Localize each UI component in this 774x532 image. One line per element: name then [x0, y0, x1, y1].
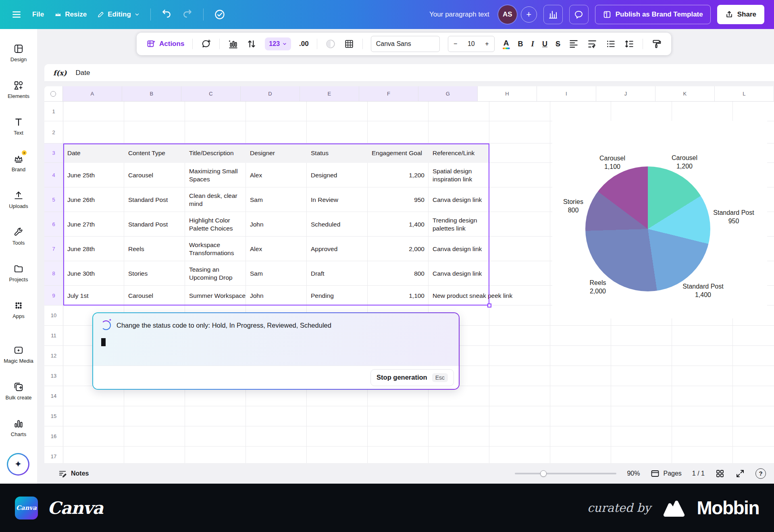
table-cell[interactable]: New product sneak peek link: [429, 286, 549, 305]
table-cell[interactable]: John: [246, 212, 307, 237]
bulleted-list-button[interactable]: [605, 39, 616, 49]
column-header-D[interactable]: D: [241, 86, 300, 101]
selection-resize-handle[interactable]: [487, 303, 491, 308]
bold-button[interactable]: B: [518, 40, 523, 48]
font-size-decrease[interactable]: −: [454, 40, 457, 48]
editing-mode-menu[interactable]: Editing: [97, 10, 140, 19]
row-number[interactable]: 8: [44, 261, 63, 285]
table-cell[interactable]: 1,400: [368, 212, 429, 237]
sheet-row[interactable]: 16: [44, 426, 774, 447]
sheet-row[interactable]: 17: [44, 447, 774, 463]
table-cell[interactable]: Scheduled: [307, 212, 368, 237]
zoom-slider-handle[interactable]: [540, 470, 547, 477]
strikethrough-button[interactable]: S: [556, 40, 560, 48]
column-header-F[interactable]: F: [359, 86, 418, 101]
alignment-button[interactable]: [568, 39, 579, 49]
zoom-slider[interactable]: [515, 473, 616, 474]
table-cell[interactable]: Standard Post: [124, 212, 185, 237]
row-number[interactable]: 11: [44, 326, 63, 345]
add-member-button[interactable]: +: [521, 6, 537, 23]
row-number[interactable]: 14: [44, 386, 63, 406]
sidebar-item-projects[interactable]: Projects: [2, 255, 35, 291]
table-cell[interactable]: 950: [368, 187, 429, 212]
table-cell[interactable]: June 25th: [63, 163, 124, 187]
table-cell[interactable]: 800: [368, 261, 429, 286]
table-cell[interactable]: Canva design link: [429, 261, 489, 286]
select-all-cell[interactable]: [44, 86, 63, 101]
resize-menu[interactable]: Resize: [54, 10, 87, 19]
font-family-dropdown[interactable]: Canva Sans: [371, 36, 440, 52]
row-number[interactable]: 4: [44, 163, 63, 187]
line-spacing-button[interactable]: [624, 39, 635, 49]
insert-chart-button[interactable]: [228, 39, 238, 49]
notes-button[interactable]: Notes: [58, 469, 89, 478]
table-cell[interactable]: Stories: [124, 261, 185, 286]
row-number[interactable]: 1: [44, 102, 63, 121]
table-cell[interactable]: Sam: [246, 187, 307, 212]
share-button[interactable]: Share: [717, 5, 764, 24]
sheet-row[interactable]: 15: [44, 406, 774, 426]
sort-button[interactable]: [246, 39, 257, 49]
fullscreen-button[interactable]: [735, 469, 745, 478]
table-cell[interactable]: Reels: [124, 237, 185, 261]
table-cell[interactable]: Alex: [246, 163, 307, 187]
table-cell[interactable]: Designed: [307, 163, 368, 187]
undo-icon[interactable]: [161, 9, 172, 20]
table-cell[interactable]: Engagement Goal: [368, 143, 429, 163]
table-cell[interactable]: In Review: [307, 187, 368, 212]
table-cell[interactable]: John: [246, 286, 307, 305]
table-cell[interactable]: Draft: [307, 261, 368, 286]
table-cell[interactable]: Clean desk, clear mind: [185, 187, 246, 212]
table-cell[interactable]: Sam: [246, 261, 307, 286]
sidebar-item-bulk-create[interactable]: Bulk create: [2, 373, 35, 409]
sidebar-item-charts[interactable]: Charts: [2, 409, 35, 446]
table-cell[interactable]: Approved: [307, 237, 368, 261]
table-cell[interactable]: Workspace Transformations: [185, 237, 246, 261]
table-cell[interactable]: Standard Post: [124, 187, 185, 212]
avatar[interactable]: AS: [498, 5, 517, 24]
canva-ai-button[interactable]: ✦: [7, 453, 29, 476]
table-cell[interactable]: Highlight Color Palette Choices: [185, 212, 246, 237]
menu-icon[interactable]: [11, 9, 22, 20]
table-cell[interactable]: Teasing an Upcoming Drop: [185, 261, 246, 286]
row-number[interactable]: 9: [44, 286, 63, 305]
column-header-E[interactable]: E: [300, 86, 359, 101]
table-cell[interactable]: Pending: [307, 286, 368, 305]
table-cell[interactable]: Canva design link: [429, 187, 489, 212]
row-number[interactable]: 15: [44, 406, 63, 426]
column-header-B[interactable]: B: [122, 86, 181, 101]
row-number[interactable]: 16: [44, 426, 63, 446]
column-header-H[interactable]: H: [478, 86, 537, 101]
grid-view-button[interactable]: [715, 469, 725, 478]
column-header-K[interactable]: K: [655, 86, 715, 101]
table-cell[interactable]: Status: [307, 143, 368, 163]
font-size-value[interactable]: 10: [468, 40, 475, 48]
zoom-level[interactable]: 90%: [627, 470, 640, 477]
sidebar-item-text[interactable]: Text: [2, 108, 35, 145]
formula-bar[interactable]: f(x) Date: [44, 64, 774, 82]
sidebar-item-magic-media[interactable]: Magic Media: [2, 336, 35, 373]
table-cell[interactable]: July 1st: [63, 286, 124, 305]
column-header-L[interactable]: L: [715, 86, 774, 101]
table-cell[interactable]: Designer: [246, 143, 307, 163]
actions-button[interactable]: Actions: [146, 39, 184, 49]
column-header-I[interactable]: I: [537, 86, 596, 101]
table-cell[interactable]: Summer Workspace: [185, 286, 246, 305]
stop-generation-button[interactable]: Stop generation Esc: [370, 369, 454, 386]
decimal-places-button[interactable]: .00: [299, 40, 309, 48]
sidebar-item-uploads[interactable]: Uploads: [2, 181, 35, 218]
column-header-J[interactable]: J: [596, 86, 655, 101]
table-cell[interactable]: Trending design palettes link: [429, 212, 489, 237]
table-cell[interactable]: June 27th: [63, 212, 124, 237]
table-cell[interactable]: June 30th: [63, 261, 124, 286]
table-cell[interactable]: Carousel: [124, 286, 185, 305]
redo-icon[interactable]: [182, 9, 193, 20]
underline-button[interactable]: U: [542, 40, 547, 48]
row-number[interactable]: 7: [44, 237, 63, 261]
text-color-button[interactable]: A: [503, 39, 510, 49]
borders-button[interactable]: [344, 39, 354, 49]
font-size-increase[interactable]: +: [485, 40, 489, 48]
fill-color-button[interactable]: [325, 39, 336, 49]
table-cell[interactable]: Title/Description: [185, 143, 246, 163]
sidebar-item-apps[interactable]: Apps: [2, 291, 35, 328]
